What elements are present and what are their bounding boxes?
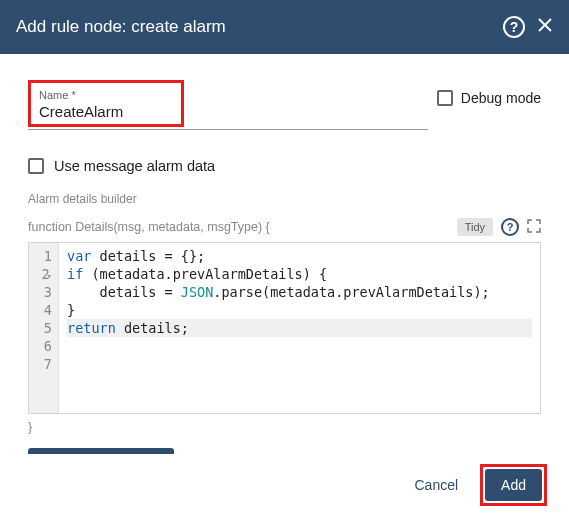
debug-label: Debug mode: [461, 90, 541, 106]
line-gutter: 12▾34567: [29, 243, 59, 413]
fullscreen-icon[interactable]: [527, 219, 541, 236]
dialog-header: Add rule node: create alarm ?: [0, 0, 569, 54]
close-icon[interactable]: [537, 17, 553, 38]
usemsg-checkbox[interactable]: [28, 158, 44, 174]
usemsg-label: Use message alarm data: [54, 158, 215, 174]
tidy-button[interactable]: Tidy: [457, 218, 493, 236]
test-details-button[interactable]: Test details function: [28, 448, 174, 454]
function-signature: function Details(msg, metadata, msgType)…: [28, 220, 270, 234]
debug-checkbox[interactable]: [437, 90, 453, 106]
code-editor[interactable]: 12▾34567 var details = {};if (metadata.p…: [28, 242, 541, 414]
underline: [28, 129, 428, 130]
name-field[interactable]: Name * CreateAlarm: [28, 80, 184, 127]
name-input[interactable]: CreateAlarm: [39, 103, 173, 120]
help-icon[interactable]: ?: [503, 16, 525, 38]
function-close: }: [28, 420, 541, 434]
cancel-button[interactable]: Cancel: [406, 469, 466, 501]
name-label: Name *: [39, 89, 173, 101]
editor-help-icon[interactable]: ?: [501, 218, 519, 236]
code-area[interactable]: var details = {};if (metadata.prevAlarmD…: [59, 243, 540, 413]
dialog-title: Add rule node: create alarm: [16, 17, 226, 37]
section-label: Alarm details builder: [28, 192, 541, 206]
add-button[interactable]: Add: [485, 469, 542, 501]
